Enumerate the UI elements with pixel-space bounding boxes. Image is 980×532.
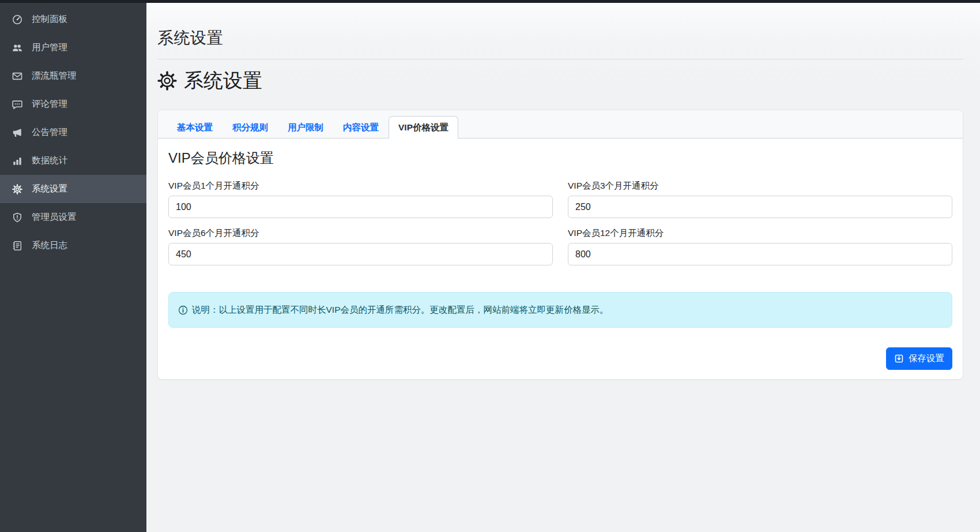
app-layout: 控制面板 用户管理 漂流瓶管理 评论管理 公告管理 [0,3,980,532]
vip-12month-field: VIP会员12个月开通积分 [568,227,952,265]
sidebar-item-comments[interactable]: 评论管理 [0,90,146,118]
sidebar-item-logs[interactable]: 系统日志 [0,231,146,260]
speedometer-icon [12,14,22,25]
journal-icon [12,241,22,251]
vip-pricing-form: VIP会员1个月开通积分 VIP会员3个月开通积分 VIP会员6个月开通积分 V… [168,180,952,275]
vip-1month-field: VIP会员1个月开通积分 [168,180,553,218]
tab-points-rules[interactable]: 积分规则 [223,116,278,138]
sidebar-item-label: 用户管理 [32,42,67,54]
tab-basic-settings[interactable]: 基本设置 [167,116,223,138]
save-icon [894,354,904,364]
shield-icon [12,212,22,223]
vip-3month-input[interactable] [568,196,952,218]
tab-vip-pricing[interactable]: VIP价格设置 [389,116,458,138]
users-icon [12,43,22,53]
sidebar-item-dashboard[interactable]: 控制面板 [0,5,146,33]
settings-card: 基本设置 积分规则 用户限制 内容设置 VIP价格设置 VIP会员价格设置 VI… [157,110,963,380]
sidebar-item-bottles[interactable]: 漂流瓶管理 [0,62,146,90]
info-alert-text: 说明：以上设置用于配置不同时长VIP会员的开通所需积分。更改配置后，网站前端将立… [192,304,608,316]
bar-chart-icon [12,156,22,166]
vip-6month-label: VIP会员6个月开通积分 [168,227,553,239]
section-heading-label: 系统设置 [184,68,262,94]
vip-6month-input[interactable] [168,243,553,265]
info-alert: 说明：以上设置用于配置不同时长VIP会员的开通所需积分。更改配置后，网站前端将立… [168,292,952,328]
vip-3month-field: VIP会员3个月开通积分 [568,180,952,218]
sidebar-item-label: 公告管理 [32,126,67,138]
gear-icon [12,184,22,194]
sidebar-item-label: 评论管理 [32,98,67,110]
page-title: 系统设置 [157,27,963,49]
vip-6month-field: VIP会员6个月开通积分 [168,227,553,265]
save-button-label: 保存设置 [909,353,944,365]
comment-icon [12,99,22,110]
sidebar-item-statistics[interactable]: 数据统计 [0,147,146,175]
vip-pricing-title: VIP会员价格设置 [168,149,952,167]
main-content: 系统设置 系统设置 基本设置 积分规则 用户限制 内容设置 VIP价格设置 VI… [146,3,980,532]
info-circle-icon [178,305,188,315]
sidebar-item-settings[interactable]: 系统设置 [0,175,146,203]
vip-12month-input[interactable] [568,243,952,265]
vip-1month-label: VIP会员1个月开通积分 [168,180,553,192]
envelope-icon [12,71,22,81]
sidebar-item-announcements[interactable]: 公告管理 [0,118,146,147]
sidebar-item-label: 数据统计 [32,155,67,167]
section-heading: 系统设置 [157,68,963,94]
megaphone-icon [12,128,22,138]
vip-1month-input[interactable] [168,196,553,218]
tab-content-settings[interactable]: 内容设置 [333,116,389,138]
save-row: 保存设置 [168,347,952,370]
sidebar-item-label: 漂流瓶管理 [32,70,77,82]
gear-icon [157,71,177,91]
sidebar-item-label: 系统设置 [32,183,67,195]
sidebar: 控制面板 用户管理 漂流瓶管理 评论管理 公告管理 [0,3,146,532]
sidebar-item-users[interactable]: 用户管理 [0,33,146,62]
card-header: 基本设置 积分规则 用户限制 内容设置 VIP价格设置 [158,110,963,138]
tab-user-limits[interactable]: 用户限制 [278,116,333,138]
save-settings-button[interactable]: 保存设置 [886,347,952,370]
sidebar-item-label: 控制面板 [32,13,67,25]
sidebar-item-label: 管理员设置 [32,211,77,223]
card-body: VIP会员价格设置 VIP会员1个月开通积分 VIP会员3个月开通积分 VIP会… [158,138,963,379]
vip-3month-label: VIP会员3个月开通积分 [568,180,952,192]
settings-tabs: 基本设置 积分规则 用户限制 内容设置 VIP价格设置 [167,116,953,138]
vip-12month-label: VIP会员12个月开通积分 [568,227,952,239]
header-divider [157,59,963,59]
sidebar-item-label: 系统日志 [32,239,67,252]
sidebar-item-admin[interactable]: 管理员设置 [0,203,146,231]
